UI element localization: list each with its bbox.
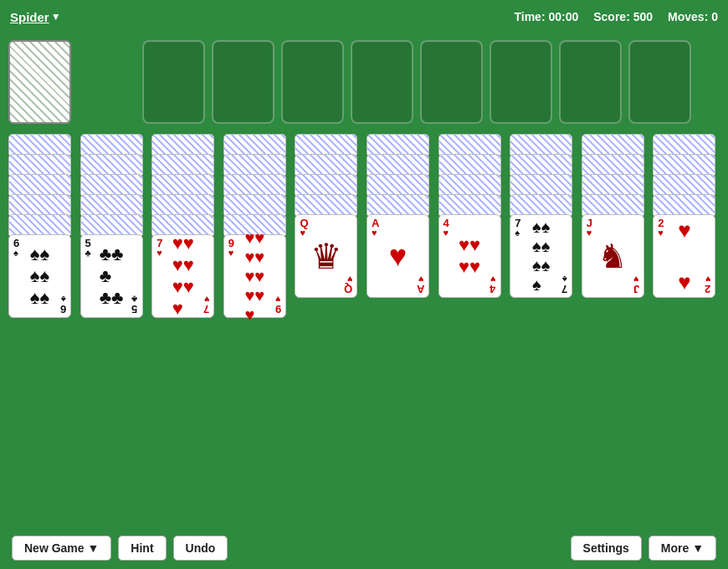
- card-face-5c[interactable]: 5 ♣ ♣♣♣♣♣ 5 ♣: [80, 234, 143, 318]
- more-button[interactable]: More ▼: [649, 536, 716, 561]
- footer-left: New Game ▼ Hint Undo: [12, 536, 228, 561]
- completed-piles: [142, 40, 720, 124]
- complete-slot-2: [212, 40, 274, 124]
- column-1[interactable]: 5 ♣ ♣♣♣♣♣ 5 ♣: [80, 134, 147, 519]
- card-face-2h[interactable]: 2 ♥ ♥♥ 2 ♥: [653, 214, 715, 298]
- columns-area: 6 ♠ ♠♠♠♠♠♠ 6 ♠ 5 ♣ ♣♣♣♣♣ 5: [8, 134, 720, 519]
- column-6[interactable]: 4 ♥ ♥♥♥♥ 4 ♥: [438, 134, 505, 519]
- column-4[interactable]: Q ♥ ♛ Q ♥: [295, 134, 361, 519]
- game-title[interactable]: Spider: [10, 10, 49, 24]
- complete-slot-1: [142, 40, 205, 124]
- complete-slot-6: [490, 40, 552, 124]
- column-8[interactable]: J ♥ ♞ J ♥: [582, 134, 649, 519]
- column-0[interactable]: 6 ♠ ♠♠♠♠♠♠ 6 ♠: [8, 134, 75, 519]
- settings-button[interactable]: Settings: [571, 536, 642, 561]
- column-5[interactable]: A ♥ ♥ A ♥: [367, 134, 433, 519]
- moves-display: Moves: 0: [668, 10, 718, 23]
- card-face-jh[interactable]: J ♥ ♞ J ♥: [582, 214, 644, 298]
- card-face-6s[interactable]: 6 ♠ ♠♠♠♠♠♠ 6 ♠: [8, 234, 71, 318]
- card-face-qh[interactable]: Q ♥ ♛ Q ♥: [295, 214, 357, 298]
- column-9[interactable]: 2 ♥ ♥♥ 2 ♥: [653, 134, 720, 519]
- complete-slot-3: [281, 40, 344, 124]
- stock-card[interactable]: [8, 40, 71, 124]
- card-face-7h[interactable]: 7 ♥ ♥♥♥♥♥♥♥ 7 ♥: [151, 234, 214, 318]
- title-arrow-icon: ▼: [51, 11, 61, 23]
- column-7[interactable]: 7 ♠ ♠♠♠♠♠♠♠ 7 ♠: [510, 134, 577, 519]
- game-area: 6 ♠ ♠♠♠♠♠♠ 6 ♠ 5 ♣ ♣♣♣♣♣ 5: [0, 33, 728, 527]
- stats-area: Time: 00:00 Score: 500 Moves: 0: [514, 10, 718, 23]
- header: Spider ▼ Time: 00:00 Score: 500 Moves: 0: [0, 0, 728, 33]
- undo-button[interactable]: Undo: [173, 536, 228, 561]
- time-display: Time: 00:00: [514, 10, 578, 23]
- complete-slot-5: [420, 40, 483, 124]
- column-2[interactable]: 7 ♥ ♥♥♥♥♥♥♥ 7 ♥: [151, 134, 218, 519]
- card-face-7s[interactable]: 7 ♠ ♠♠♠♠♠♠♠ 7 ♠: [510, 214, 572, 298]
- footer-right: Settings More ▼: [571, 536, 716, 561]
- stock-pile[interactable]: [8, 40, 71, 124]
- complete-slot-4: [351, 40, 413, 124]
- complete-slot-7: [559, 40, 622, 124]
- card-face-9h[interactable]: 9 ♥ ♥♥♥♥♥♥♥♥♥ 9 ♥: [223, 234, 286, 318]
- hint-button[interactable]: Hint: [118, 536, 166, 561]
- new-game-button[interactable]: New Game ▼: [12, 536, 111, 561]
- column-3[interactable]: 9 ♥ ♥♥♥♥♥♥♥♥♥ 9 ♥: [223, 134, 290, 519]
- score-display: Score: 500: [593, 10, 653, 23]
- footer: New Game ▼ Hint Undo Settings More ▼: [0, 527, 728, 569]
- card-face-ah[interactable]: A ♥ ♥ A ♥: [367, 214, 429, 298]
- card-face-4h[interactable]: 4 ♥ ♥♥♥♥ 4 ♥: [438, 214, 501, 298]
- complete-slot-8: [628, 40, 691, 124]
